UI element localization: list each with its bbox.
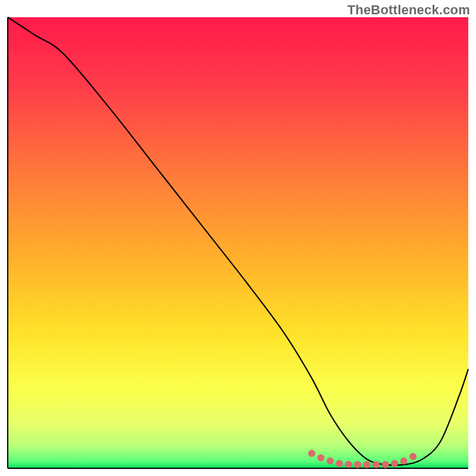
watermark-label: TheBottleneck.com <box>347 2 470 18</box>
chart-container: TheBottleneck.com <box>0 0 476 476</box>
optimal-marker <box>354 461 361 468</box>
optimal-marker <box>345 461 352 468</box>
optimal-marker <box>400 458 408 465</box>
optimal-marker <box>364 461 371 468</box>
optimal-marker <box>336 460 343 467</box>
optimal-marker <box>317 455 324 462</box>
plot-background <box>8 17 468 468</box>
optimal-marker <box>308 450 315 457</box>
optimal-marker <box>409 453 416 460</box>
optimal-marker <box>382 461 389 468</box>
optimal-marker <box>372 461 380 468</box>
optimal-marker <box>391 460 398 467</box>
bottleneck-chart <box>0 0 476 476</box>
optimal-marker <box>327 458 334 465</box>
